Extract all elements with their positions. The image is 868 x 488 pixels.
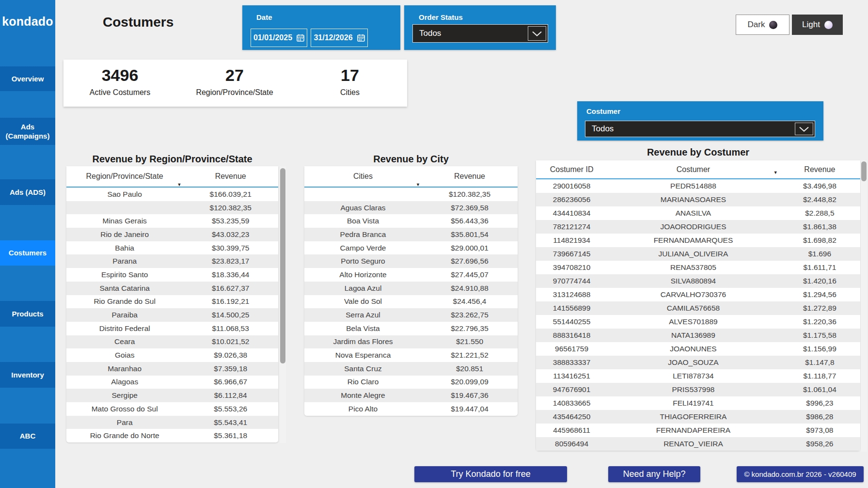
- table-row[interactable]: 290016058PEDR514888$3.496,98: [536, 179, 860, 193]
- order-status-dropdown[interactable]: Todos: [412, 24, 548, 43]
- column-header[interactable]: Revenue: [422, 166, 518, 187]
- table-row[interactable]: Vale do Sol$24.456,4: [304, 295, 518, 309]
- scrollbar-thumb[interactable]: [861, 161, 867, 181]
- table-row[interactable]: 96561759JOAONUNES$1.156,99: [536, 342, 860, 356]
- table-row[interactable]: Bahia$30.399,75: [66, 241, 278, 255]
- table-cell: $958,26: [779, 437, 860, 451]
- table-row[interactable]: Monte Alegre$19.467,36: [304, 389, 518, 402]
- table-cell: 388833337: [536, 356, 607, 369]
- table-row[interactable]: Ceara$10.021,52: [66, 335, 278, 349]
- table-row[interactable]: Espirito Santo$18.336,44: [66, 268, 278, 282]
- table-row[interactable]: Sergipe$6.112,84: [66, 389, 278, 402]
- table-row[interactable]: Para$5.543,41: [66, 416, 278, 429]
- table-row[interactable]: 141556899CAMILA576658$1.272,89: [536, 301, 860, 315]
- table-row[interactable]: Parana$23.823,17: [66, 254, 278, 268]
- table-row[interactable]: $120.382,35: [66, 201, 278, 215]
- table-cell: FELI419741: [607, 396, 779, 410]
- table-row[interactable]: Rio de Janeiro$43.032,23: [66, 228, 278, 241]
- table-row[interactable]: 388833337JOAO_SOUZA$1.147,8: [536, 356, 860, 369]
- table-row[interactable]: Rio Grande do Sul$16.192,21: [66, 295, 278, 309]
- column-header[interactable]: Costumer▼: [607, 160, 779, 178]
- table-row[interactable]: 435464250THIAGOFERREIRA$986,28: [536, 410, 860, 424]
- table-row[interactable]: 947676901PRIS537998$1.061,04: [536, 383, 860, 396]
- table-cell: JOAO_SOUZA: [607, 356, 779, 369]
- table-row[interactable]: Goias$9.026,38: [66, 348, 278, 362]
- table-row[interactable]: 434410834ANASILVA$2.288,5: [536, 206, 860, 220]
- calendar-icon[interactable]: [297, 34, 304, 42]
- sidebar-item-costumers[interactable]: Costumers: [0, 240, 55, 266]
- sidebar-item-products[interactable]: Products: [0, 301, 55, 327]
- table-row[interactable]: Jardim das Flores$21.550: [304, 335, 518, 349]
- table-row[interactable]: 970774744SILVA880894$1.420,16: [536, 274, 860, 288]
- table-row[interactable]: Distrito Federal$11.068,53: [66, 322, 278, 335]
- table-row[interactable]: Mato Grosso do Sul$5.553,26: [66, 402, 278, 416]
- table-cell: 970774744: [536, 274, 607, 288]
- table-row[interactable]: 140833665FELI419741$996,23: [536, 396, 860, 410]
- sort-descending-icon[interactable]: ▼: [177, 182, 181, 187]
- table-row[interactable]: Lagoa Azul$24.910,88: [304, 282, 518, 295]
- table-row[interactable]: Porto Seguro$27.696,56: [304, 254, 518, 268]
- table-row[interactable]: Pico Alto$19.447,04: [304, 402, 518, 416]
- revenue-by-region-table: Region/Province/State▼Revenue Sao Paulo$…: [66, 166, 278, 442]
- date-end-input[interactable]: 31/12/2026: [311, 29, 368, 47]
- table-row[interactable]: 551440255ALVES701889$1.220,36: [536, 315, 860, 329]
- sidebar-item-ads-campaigns[interactable]: Ads (Campaigns): [0, 118, 55, 145]
- scrollbar-thumb[interactable]: [280, 168, 285, 363]
- try-kondado-button[interactable]: Try Kondado for free: [414, 466, 567, 482]
- table-body: 290016058PEDR514888$3.496,98286236056MAR…: [536, 179, 860, 451]
- light-theme-button[interactable]: Light: [792, 15, 843, 35]
- table-row[interactable]: Aguas Claras$72.369,58: [304, 201, 518, 215]
- date-start-input[interactable]: 01/01/2025: [251, 29, 307, 47]
- table-row[interactable]: Santa Catarina$16.627,37: [66, 282, 278, 295]
- copyright-badge[interactable]: © kondado.com.br 2026 - v260409: [737, 466, 864, 482]
- column-header[interactable]: Costumer ID: [536, 160, 607, 178]
- table-row[interactable]: 445968611FERNANDAPEREIRA$973,08: [536, 424, 860, 437]
- table-row[interactable]: $120.382,35: [304, 188, 518, 201]
- table-row[interactable]: Bela Vista$22.796,35: [304, 322, 518, 335]
- table-row[interactable]: Maranhao$7.359,18: [66, 362, 278, 376]
- table-row[interactable]: Rio Grande do Norte$5.361,18: [66, 429, 278, 442]
- table-row[interactable]: Nova Esperanca$21.221,52: [304, 348, 518, 362]
- column-header[interactable]: Region/Province/State▼: [66, 166, 183, 187]
- dark-theme-button[interactable]: Dark: [736, 15, 789, 35]
- sidebar-item-ads-ads[interactable]: Ads (ADS): [0, 179, 55, 205]
- table-row[interactable]: Alagoas$6.966,67: [66, 376, 278, 389]
- table-row[interactable]: 394708210RENA537805$1.611,71: [536, 261, 860, 274]
- sidebar-item-overview[interactable]: Overview: [0, 66, 55, 91]
- sidebar-item-abc[interactable]: ABC: [0, 424, 55, 449]
- table-row[interactable]: Alto Horizonte$27.445,07: [304, 268, 518, 282]
- table-row[interactable]: Santa Cruz$20.851: [304, 362, 518, 376]
- table-row[interactable]: Minas Gerais$53.235,59: [66, 214, 278, 228]
- table-row[interactable]: 80596494RENATO_VIEIRA$958,26: [536, 437, 860, 451]
- calendar-icon[interactable]: [357, 34, 365, 42]
- chevron-down-icon[interactable]: [528, 26, 546, 41]
- costumer-dropdown[interactable]: Todos: [585, 121, 815, 137]
- table-row[interactable]: 114821934FERNANDAMARQUES$1.698,82: [536, 234, 860, 247]
- sort-descending-icon[interactable]: ▼: [416, 182, 420, 187]
- table-row[interactable]: Pedra Branca$35.801,54: [304, 228, 518, 241]
- table-row[interactable]: Campo Verde$29.000,01: [304, 241, 518, 255]
- table-row[interactable]: Paraiba$14.500,25: [66, 308, 278, 322]
- costumer-table-scrollbar[interactable]: [861, 160, 867, 452]
- table-row[interactable]: 782121274JOAORODRIGUES$1.861,38: [536, 220, 860, 234]
- sort-descending-icon[interactable]: ▼: [773, 170, 778, 175]
- table-row[interactable]: 888316418NATA136989$1.175,58: [536, 329, 860, 342]
- table-header-row: Cities▼Revenue: [304, 166, 518, 188]
- column-header[interactable]: Cities▼: [304, 166, 422, 187]
- need-help-button[interactable]: Need any Help?: [608, 466, 700, 482]
- table-row[interactable]: 313124688CARVALHO730376$1.294,56: [536, 288, 860, 301]
- column-header[interactable]: Revenue: [183, 166, 278, 187]
- table-row[interactable]: Rio Claro$20.099,09: [304, 376, 518, 389]
- table-cell: 782121274: [536, 220, 607, 234]
- table-row[interactable]: 739667145JULIANA_OLIVEIRA$1.696: [536, 247, 860, 261]
- sidebar-item-inventory[interactable]: Inventory: [0, 362, 55, 388]
- table-cell: $1.611,71: [779, 261, 860, 274]
- table-row[interactable]: 286236056MARIANASOARES$2.448,82: [536, 193, 860, 206]
- table-row[interactable]: Sao Paulo$166.039,21: [66, 188, 278, 201]
- table-row[interactable]: 113416251LETI878734$1.118,77: [536, 369, 860, 383]
- table-row[interactable]: Serra Azul$23.262,75: [304, 308, 518, 322]
- region-table-scrollbar[interactable]: [280, 166, 286, 443]
- table-row[interactable]: Boa Vista$56.443,36: [304, 214, 518, 228]
- chevron-down-icon[interactable]: [795, 123, 813, 135]
- column-header[interactable]: Revenue: [779, 160, 860, 178]
